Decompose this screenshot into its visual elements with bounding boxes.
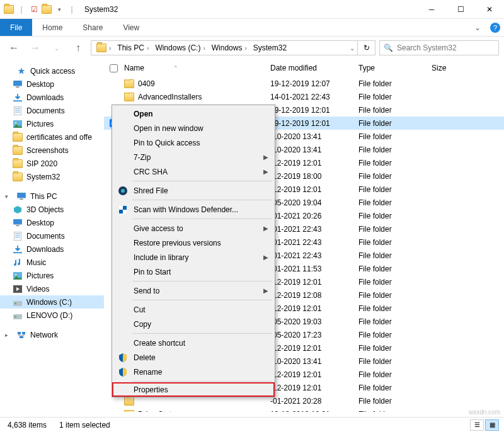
nav-item[interactable]: Desktop: [0, 77, 104, 91]
file-date: -01-2021 20:28: [266, 397, 355, 406]
menu-item[interactable]: Copy: [113, 317, 273, 331]
nav-item[interactable]: Downloads: [0, 242, 104, 256]
menu-item[interactable]: Include in library▶: [113, 250, 273, 264]
menu-item[interactable]: Send to▶: [113, 283, 273, 298]
status-bar: 4,638 items 1 item selected ☰ ▦: [0, 417, 504, 432]
address-bar: ← → ⌄ ↑ › This PC› Windows (C:)› Windows…: [0, 37, 504, 59]
nav-item[interactable]: Pictures: [0, 269, 104, 282]
breadcrumb[interactable]: › This PC› Windows (C:)› Windows› System…: [91, 40, 358, 55]
column-type[interactable]: Type: [355, 64, 428, 72]
file-row[interactable]: AdvancedInstallers 14-01-2021 22:43 File…: [104, 90, 504, 103]
watermark: wsxdn.com: [469, 409, 500, 416]
file-type: File folder: [355, 172, 428, 181]
crumb-c[interactable]: Windows (C:)›: [152, 43, 207, 52]
minimize-button[interactable]: ─: [417, 0, 446, 19]
nav-item[interactable]: ▸Network: [0, 328, 104, 341]
nav-item[interactable]: Windows (C:): [0, 295, 104, 309]
nav-item[interactable]: System32: [0, 170, 104, 183]
file-type: File folder: [355, 251, 428, 260]
folder-icon: [124, 410, 134, 412]
file-type: File folder: [355, 370, 428, 379]
menu-label: 7-Zip: [134, 153, 151, 162]
file-tab[interactable]: File: [0, 19, 32, 36]
nav-item[interactable]: LENOVO (D:): [0, 309, 104, 322]
menu-item[interactable]: Rename: [113, 365, 273, 379]
nav-item[interactable]: SIP 2020: [0, 157, 104, 170]
file-type: File folder: [355, 357, 428, 366]
file-type: File folder: [355, 93, 428, 101]
shred-icon: [117, 185, 129, 196]
submenu-arrow-icon: ▶: [263, 225, 268, 232]
tab-share[interactable]: Share: [72, 19, 113, 36]
menu-item[interactable]: Restore previous versions: [113, 236, 273, 250]
submenu-arrow-icon: ▶: [263, 154, 268, 161]
menu-item[interactable]: CRC SHA▶: [113, 164, 273, 179]
menu-item[interactable]: Shred File: [113, 183, 273, 198]
tab-view[interactable]: View: [113, 19, 149, 36]
menu-label: Create shortcut: [134, 339, 185, 348]
properties-qat-icon[interactable]: ☑: [29, 4, 39, 14]
crumb-windows[interactable]: Windows›: [209, 43, 249, 52]
file-type: File folder: [355, 410, 428, 412]
menu-item[interactable]: Pin to Start: [113, 264, 273, 279]
refresh-button[interactable]: ↻: [358, 40, 375, 55]
breadcrumb-dropdown-icon[interactable]: ⌄: [350, 45, 355, 52]
file-type: File folder: [355, 397, 428, 406]
back-button[interactable]: ←: [5, 39, 23, 57]
menu-item[interactable]: Scan with Windows Defender...: [113, 202, 273, 217]
new-folder-qat-icon[interactable]: [42, 4, 52, 14]
shield-icon: [117, 204, 129, 215]
forward-button[interactable]: →: [26, 39, 44, 57]
menu-item[interactable]: Delete: [113, 350, 273, 365]
file-row[interactable]: 0409 19-12-2019 12:07 File folder: [104, 77, 504, 90]
file-type: File folder: [355, 198, 428, 207]
navigation-pane[interactable]: Quick accessDesktopDownloadsDocumentsPic…: [0, 59, 104, 412]
nav-item[interactable]: Videos: [0, 282, 104, 295]
nav-item[interactable]: Music: [0, 256, 104, 269]
nav-item[interactable]: Documents: [0, 104, 104, 117]
crumb-system32[interactable]: System32: [251, 43, 289, 52]
menu-item[interactable]: Create shortcut: [113, 336, 273, 350]
menu-item[interactable]: Properties: [112, 382, 275, 397]
qat-dropdown-icon[interactable]: ▾: [54, 4, 64, 14]
crumb-thispc[interactable]: This PC›: [115, 43, 151, 52]
nav-item[interactable]: Pictures: [0, 117, 104, 130]
file-date: -10-2020 13:41: [266, 357, 355, 366]
nav-item[interactable]: Desktop: [0, 216, 104, 229]
search-box[interactable]: 🔍: [379, 40, 499, 55]
file-date: 19-12-2019 12:01: [266, 119, 355, 128]
expand-ribbon-button[interactable]: ⌄: [469, 19, 486, 36]
close-button[interactable]: ✕: [475, 0, 504, 19]
details-view-button[interactable]: ☰: [470, 419, 484, 431]
nav-item[interactable]: ▾This PC: [0, 190, 104, 203]
folder-icon: [124, 93, 134, 101]
menu-item[interactable]: Open in new window: [113, 121, 273, 135]
nav-item[interactable]: Screenshots: [0, 144, 104, 157]
nav-item[interactable]: Documents: [0, 229, 104, 242]
maximize-button[interactable]: ☐: [446, 0, 475, 19]
recent-dropdown[interactable]: ⌄: [48, 39, 66, 57]
nav-item[interactable]: Downloads: [0, 91, 104, 104]
nav-item[interactable]: 3D Objects: [0, 203, 104, 216]
menu-label: Open: [134, 110, 153, 118]
help-button[interactable]: ?: [486, 19, 504, 36]
select-all-checkbox[interactable]: [110, 64, 118, 72]
column-date[interactable]: Date modified: [266, 64, 355, 72]
nav-item[interactable]: certificates and offe: [0, 130, 104, 144]
folder-icon: [124, 79, 134, 88]
nav-item[interactable]: Quick access: [0, 64, 104, 77]
menu-item[interactable]: Cut: [113, 302, 273, 317]
search-input[interactable]: [397, 43, 495, 52]
up-button[interactable]: ↑: [69, 39, 87, 57]
column-name[interactable]: Name⌃: [120, 64, 266, 72]
column-size[interactable]: Size: [428, 64, 504, 72]
menu-item[interactable]: Give access to▶: [113, 221, 273, 236]
file-type: File folder: [355, 344, 428, 353]
file-row[interactable]: DriverState 19-12-2019 12:01 File folder: [104, 407, 504, 412]
menu-item[interactable]: Pin to Quick access: [113, 135, 273, 150]
menu-item[interactable]: 7-Zip▶: [113, 150, 273, 164]
tab-home[interactable]: Home: [32, 19, 72, 36]
icons-view-button[interactable]: ▦: [485, 419, 499, 431]
menu-item[interactable]: Open: [113, 106, 273, 121]
file-date: -12-2019 12:01: [266, 185, 355, 194]
